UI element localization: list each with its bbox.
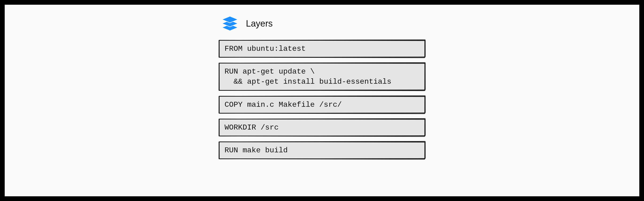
layer-run-make: RUN make build bbox=[219, 141, 425, 159]
svg-marker-2 bbox=[222, 16, 238, 23]
layer-run-apt: RUN apt-get update \ && apt-get install … bbox=[219, 63, 425, 91]
diagram-header: Layers bbox=[219, 15, 425, 32]
layer-copy: COPY main.c Makefile /src/ bbox=[219, 96, 425, 114]
layer-workdir: WORKDIR /src bbox=[219, 119, 425, 136]
layer-stack: FROM ubuntu:latest RUN apt-get update \ … bbox=[219, 40, 425, 159]
layer-from: FROM ubuntu:latest bbox=[219, 40, 425, 58]
outer-frame: Layers FROM ubuntu:latest RUN apt-get up… bbox=[0, 0, 644, 201]
diagram-canvas: Layers FROM ubuntu:latest RUN apt-get up… bbox=[5, 5, 639, 196]
header-title: Layers bbox=[246, 19, 273, 29]
layers-icon bbox=[220, 15, 239, 32]
